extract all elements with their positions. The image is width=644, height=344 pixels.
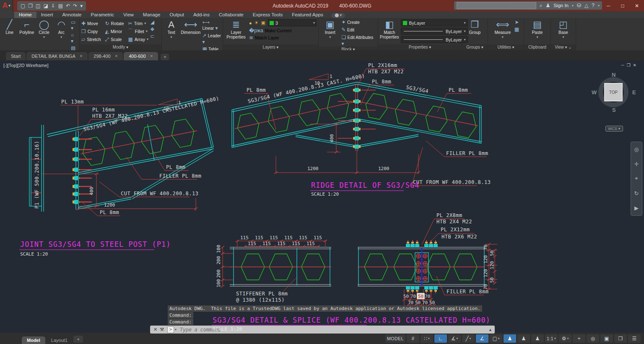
circle-button[interactable]: ◯Circle▾ xyxy=(36,19,52,39)
insert-block-button[interactable]: ▣Insert▾ xyxy=(320,19,340,39)
minimize-button[interactable]: ─ xyxy=(601,0,615,11)
close-tab-icon[interactable]: ✕ xyxy=(80,54,83,58)
new-layout-button[interactable]: ＋ xyxy=(73,336,83,343)
make-current-button[interactable]: �ржаMake Current xyxy=(249,28,317,34)
viewcube-top-face[interactable]: TOP xyxy=(604,83,623,101)
leader-icon[interactable]: ↗ Leader ▾ xyxy=(202,33,221,45)
close-tab-icon[interactable]: ✕ xyxy=(150,54,153,58)
file-tab-detail-bak-bunga[interactable]: DETAIL BAK BUNGA✕ xyxy=(26,52,88,60)
orbit-icon[interactable]: ↻ xyxy=(634,190,639,197)
pan-icon[interactable]: ✛ xyxy=(634,161,639,167)
command-line[interactable]: ✕⚒ ≻ ▾ Type a command ▲ xyxy=(150,326,495,334)
sign-in-caret-icon[interactable]: ▾ xyxy=(572,4,574,8)
panel-label-modify[interactable]: Modify ▾ xyxy=(80,44,161,50)
wcs-dropdown[interactable]: WCS ▾ xyxy=(605,126,623,132)
model-tab[interactable]: Model xyxy=(22,336,45,344)
erase-icon[interactable]: ◢ xyxy=(151,19,154,25)
plot-icon[interactable]: ▤ xyxy=(58,3,63,9)
scale-button[interactable]: ⤢Scale xyxy=(105,36,124,42)
annotation-scale-icon[interactable]: ♟ xyxy=(531,334,544,343)
measure-button[interactable]: ⟺Measure▾ xyxy=(493,19,513,39)
quick-calc-icon[interactable]: ▦ xyxy=(514,26,519,32)
trim-button[interactable]: ✂Trim▾ xyxy=(128,21,148,26)
help-caret-icon[interactable]: ▾ xyxy=(598,4,600,8)
isodraft-icon[interactable]: ╱▾ xyxy=(462,334,475,343)
panel-label-properties[interactable]: Properties ▾ xyxy=(378,44,462,50)
cmd-customize-icon[interactable]: ⚒ xyxy=(160,327,164,332)
grid-display-icon[interactable]: # xyxy=(407,334,419,343)
osnap-tracking-icon[interactable]: ∠ xyxy=(476,334,488,343)
panel-label-utilities[interactable]: Utilities ▾ xyxy=(488,44,524,50)
new-tab-button[interactable]: ＋ xyxy=(161,54,169,60)
tab-output[interactable]: Output xyxy=(165,12,189,18)
help-icon[interactable]: ? xyxy=(592,3,595,8)
annotation-autoscale-icon[interactable]: ♟ xyxy=(517,334,530,343)
object-snap-icon[interactable]: ▢▾ xyxy=(490,334,502,343)
offset-icon[interactable]: ⊂ xyxy=(150,34,154,39)
new-file-icon[interactable]: ▢ xyxy=(21,3,25,9)
app-menu-button[interactable]: A▾ xyxy=(0,0,13,11)
snap-mode-icon[interactable]: ∷▾ xyxy=(421,334,433,343)
tab-add-ins[interactable]: Add-ins xyxy=(189,12,214,18)
viewport-controls[interactable]: [-][Top][2D Wireframe] xyxy=(3,63,49,68)
drawing-area[interactable]: .t{font-family:"DejaVu Sans Mono",monosp… xyxy=(0,60,644,334)
showmotion-icon[interactable]: ▶ xyxy=(634,205,639,211)
fillet-button[interactable]: ⌒Fillet▾ xyxy=(128,28,148,35)
model-space-button[interactable]: MODEL xyxy=(385,334,405,343)
cmd-scroll-up-icon[interactable]: ▲ xyxy=(488,328,492,332)
save-as-icon[interactable]: ◪ xyxy=(43,3,48,9)
copy-button[interactable]: ❒Copy xyxy=(81,28,101,34)
panel-label-view[interactable]: View ▾ ⌄ xyxy=(551,44,576,50)
file-tab-400-600[interactable]: 400-600✕ xyxy=(124,52,158,60)
polar-tracking-icon[interactable]: ∡▾ xyxy=(448,334,461,343)
tab-featured-apps[interactable]: Featured Apps xyxy=(287,12,328,18)
viewcube-north[interactable]: N xyxy=(612,72,615,78)
layout1-tab[interactable]: Layout1 xyxy=(46,336,73,344)
graphics-performance-icon[interactable]: ▣ xyxy=(600,334,613,343)
qat-customize-icon[interactable]: ▾ xyxy=(80,3,83,9)
redo-icon[interactable]: ↷ xyxy=(73,3,77,9)
ribbon-display-toggle[interactable]: ⬤ ▾ xyxy=(331,13,345,18)
search-input[interactable] xyxy=(457,2,536,9)
tab-view[interactable]: View xyxy=(119,12,138,18)
layer-on-bulb-icon[interactable]: ● xyxy=(249,21,252,26)
linetype-dropdown[interactable]: ByLayer▾ xyxy=(401,36,468,43)
lineweight-dropdown[interactable]: ByLayer▾ xyxy=(401,28,468,35)
app-store-cart-icon[interactable]: ⛁ xyxy=(577,3,581,8)
ortho-mode-icon[interactable]: ∟ xyxy=(434,334,447,343)
zoom-extents-icon[interactable]: ⌖ xyxy=(635,175,638,182)
doc-close-icon[interactable]: ✕ xyxy=(633,63,639,67)
array-button[interactable]: ▦Array▾ xyxy=(128,36,148,42)
export-icon[interactable]: ⇩ xyxy=(51,3,55,9)
move-button[interactable]: ✚Move xyxy=(81,21,101,26)
linear-dim-icon[interactable]: ⟷ Linear ▾ xyxy=(202,19,221,31)
ellipse-icon[interactable]: ○ ▾ xyxy=(71,32,78,44)
file-tab-298-400[interactable]: 298-400✕ xyxy=(88,52,123,60)
viewcube-south[interactable]: S xyxy=(612,107,616,113)
maximize-button[interactable]: □ xyxy=(615,0,630,11)
sign-in-button[interactable]: Sign In xyxy=(553,3,569,8)
layer-unlock-icon[interactable]: ▣ xyxy=(261,20,265,26)
annotation-visibility-icon[interactable]: ♟ xyxy=(504,334,516,343)
layer-properties-button[interactable]: ≣Layer Properties xyxy=(225,19,247,39)
text-button[interactable]: AText▾ xyxy=(164,19,179,39)
tab-home[interactable]: Home xyxy=(14,12,36,18)
mirror-button[interactable]: ◭Mirror xyxy=(105,28,124,34)
doc-restore-icon[interactable]: ❐ xyxy=(627,63,633,67)
explode-icon[interactable]: ❖ xyxy=(150,26,155,32)
base-view-button[interactable]: ◰Base▾ xyxy=(553,19,574,39)
layer-dropdown[interactable]: 3▾ xyxy=(268,19,317,26)
quick-select-icon[interactable]: ➤ xyxy=(514,19,519,25)
file-tab-start[interactable]: Start xyxy=(6,52,26,60)
workspace-gear-icon[interactable]: ⚙▾ xyxy=(559,334,571,343)
create-block-icon[interactable]: ✦ Create xyxy=(342,19,360,26)
tab-collaborate[interactable]: Collaborate xyxy=(214,12,248,18)
viewcube-west[interactable]: W xyxy=(592,89,597,96)
rectangle-icon[interactable]: ▭ ▾ xyxy=(71,19,78,31)
rotate-button[interactable]: ↻Rotate xyxy=(105,21,124,26)
stretch-button[interactable]: ▱Stretch xyxy=(81,36,101,42)
viewcube-east[interactable]: E xyxy=(632,89,636,96)
customization-menu-icon[interactable]: ☰ xyxy=(628,334,641,343)
close-button[interactable]: ✕ xyxy=(630,0,644,11)
cmd-close-icon[interactable]: ✕ xyxy=(153,327,157,332)
